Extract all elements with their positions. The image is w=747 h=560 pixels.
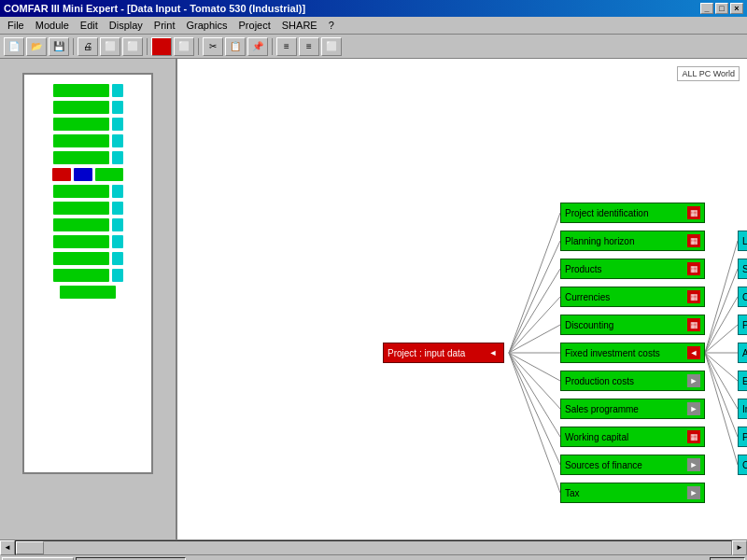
node-tax[interactable]: Tax ►	[560, 483, 705, 503]
node-planning[interactable]: Planning horizon ▦	[560, 231, 705, 251]
scroll-thumb[interactable]	[16, 541, 44, 554]
left-panel	[0, 59, 177, 539]
svg-line-17	[705, 353, 738, 409]
toolbar-save[interactable]: 💾	[49, 37, 69, 56]
node-civil[interactable]: Civil works , structures a ▦	[738, 287, 747, 307]
svg-line-8	[509, 353, 560, 437]
svg-line-0	[509, 213, 560, 353]
menu-project[interactable]: Project	[233, 18, 276, 33]
mini-block-red	[52, 168, 71, 181]
app-taskbar-item[interactable]: COMFAR III Mini Ex...	[76, 557, 186, 561]
minimize-button[interactable]: _	[700, 3, 713, 14]
node-sources[interactable]: Sources of finance ►	[560, 455, 705, 475]
node-currencies-ind: ▦	[687, 290, 700, 303]
mini-block	[53, 185, 109, 198]
mini-block	[112, 185, 123, 198]
main-area: ALL PC World	[0, 59, 747, 539]
toolbar-sep2	[147, 38, 148, 55]
node-fixed-invest[interactable]: Fixed investment costs ◄	[560, 343, 705, 363]
mini-block	[53, 101, 109, 114]
toolbar-b4[interactable]	[151, 37, 172, 56]
root-node-label: Project : input data	[388, 348, 465, 358]
node-enviro-label: Environmental protection	[742, 376, 747, 386]
toolbar-open[interactable]: 📂	[26, 37, 47, 56]
svg-line-7	[509, 353, 560, 409]
toolbar-b5[interactable]: ⬜	[174, 37, 194, 56]
mini-block	[112, 101, 123, 114]
toolbar-b3[interactable]: ⬜	[122, 37, 143, 56]
mini-block	[53, 218, 109, 231]
scroll-right-btn[interactable]: ►	[732, 540, 747, 555]
node-discounting[interactable]: Discounting ▦	[560, 315, 705, 335]
scroll-track[interactable]	[15, 540, 732, 555]
node-auxiliary-label: Auxiliary and service pla	[742, 348, 747, 358]
close-button[interactable]: ×	[730, 3, 743, 14]
node-project-id-ind: ▦	[687, 206, 700, 219]
svg-line-16	[705, 353, 738, 381]
toolbar-sep4	[272, 38, 273, 55]
menu-help[interactable]: ?	[323, 18, 340, 33]
mini-block	[53, 84, 109, 97]
toolbar-b2[interactable]: ⬜	[100, 37, 120, 56]
node-project-id[interactable]: Project identification ▦	[560, 203, 705, 223]
title-bar-buttons: _ □ ×	[700, 3, 743, 14]
node-products[interactable]: Products ▦	[560, 259, 705, 279]
menu-module[interactable]: Module	[30, 18, 75, 33]
diagram-area: ALL PC World	[177, 59, 747, 539]
toolbar-print[interactable]: 🖨	[78, 37, 98, 56]
toolbar-new[interactable]: 📄	[4, 37, 24, 56]
node-sales[interactable]: Sales programme ►	[560, 399, 705, 419]
root-node[interactable]: Project : input data ◄	[383, 343, 504, 363]
mini-row-center	[52, 168, 123, 181]
node-production[interactable]: Production costs ►	[560, 371, 705, 391]
mini-block	[112, 269, 123, 282]
svg-line-11	[705, 241, 738, 353]
node-project-id-label: Project identification	[565, 208, 649, 218]
toolbar-b7[interactable]: ≡	[299, 37, 319, 56]
node-preprod[interactable]: Pre-production expenditu ▦	[738, 427, 747, 447]
node-enviro[interactable]: Environmental protection ▦	[738, 371, 747, 391]
mini-block	[53, 235, 109, 248]
node-land-label: Land purchase	[742, 236, 747, 246]
node-incorporated[interactable]: Incorporated fixed asset ▦	[738, 399, 747, 419]
node-plant[interactable]: Plant machinery and equ ▦	[738, 315, 747, 335]
watermark: ALL PC World	[677, 66, 740, 81]
menu-display[interactable]: Display	[104, 18, 148, 33]
node-land[interactable]: Land purchase ▦	[738, 231, 747, 251]
node-production-label: Production costs	[565, 376, 634, 386]
menu-print[interactable]: Print	[148, 18, 181, 33]
menu-file[interactable]: File	[2, 18, 30, 33]
node-working[interactable]: Working capital ▦	[560, 427, 705, 447]
start-button[interactable]: スタート	[2, 557, 74, 561]
svg-line-1	[509, 241, 560, 353]
node-tax-ind: ►	[687, 486, 700, 499]
menu-share[interactable]: SHARE	[276, 18, 323, 33]
node-currencies[interactable]: Currencies ▦	[560, 287, 705, 307]
node-site-prep[interactable]: Site preparation and dev ▦	[738, 259, 747, 279]
node-contingencies[interactable]: Contingencies ⊞	[738, 455, 747, 475]
mini-row-6	[53, 185, 123, 198]
toolbar-b6[interactable]: ≡	[276, 37, 297, 56]
toolbar: 📄 📂 💾 🖨 ⬜ ⬜ ⬜ ✂ 📋 📌 ≡ ≡ ⬜	[0, 35, 747, 59]
menu-graphics[interactable]: Graphics	[180, 18, 233, 33]
menu-edit[interactable]: Edit	[75, 18, 104, 33]
mini-block	[53, 118, 109, 131]
mini-block	[53, 151, 109, 164]
node-plant-label: Plant machinery and equ	[742, 320, 747, 330]
toolbar-b8[interactable]: ⬜	[321, 37, 342, 56]
toolbar-paste[interactable]: 📌	[247, 37, 268, 56]
left-panel-inner	[22, 73, 153, 474]
mini-block	[60, 286, 116, 299]
mini-block-green	[95, 168, 123, 181]
maximize-button[interactable]: □	[715, 3, 728, 14]
scroll-left-btn[interactable]: ◄	[0, 540, 15, 555]
mini-row-1	[53, 84, 123, 97]
node-fixed-invest-ind: ◄	[687, 346, 700, 359]
toolbar-cut[interactable]: ✂	[203, 37, 223, 56]
toolbar-copy[interactable]: 📋	[225, 37, 246, 56]
node-auxiliary[interactable]: Auxiliary and service pla ▦	[738, 343, 747, 363]
horizontal-scrollbar[interactable]: ◄ ►	[0, 539, 747, 554]
mini-block	[112, 218, 123, 231]
title-text: COMFAR III Mini Expert - [Data Input - T…	[4, 3, 305, 14]
mini-row-2	[53, 101, 123, 114]
